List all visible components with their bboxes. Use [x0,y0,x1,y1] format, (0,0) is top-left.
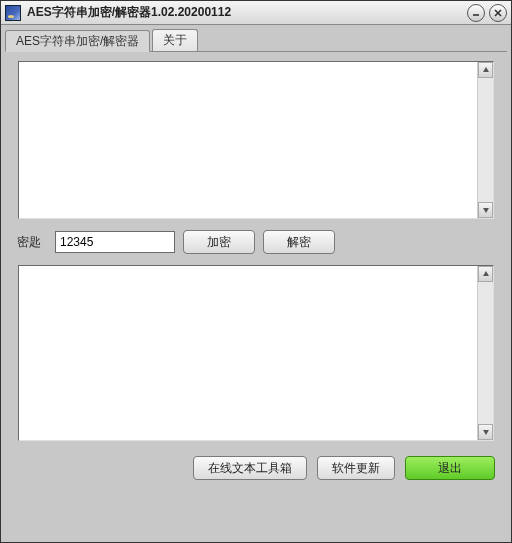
footer: 在线文本工具箱 软件更新 退出 [17,452,495,480]
exit-button[interactable]: 退出 [405,456,495,480]
tab-main[interactable]: AES字符串加密/解密器 [5,30,150,52]
scroll-down-icon[interactable] [478,202,493,218]
app-icon [5,5,21,21]
input-textarea-wrap [17,60,495,220]
minimize-button[interactable] [467,4,485,22]
software-update-button[interactable]: 软件更新 [317,456,395,480]
encrypt-button[interactable]: 加密 [183,230,255,254]
scroll-down-icon[interactable] [478,424,493,440]
output-textarea-wrap [17,264,495,442]
key-row: 密匙 加密 解密 [17,230,495,254]
titlebar: AES字符串加密/解密器1.02.20200112 [1,1,511,25]
svg-marker-4 [483,208,489,213]
input-scrollbar[interactable] [477,62,493,218]
online-toolbox-button[interactable]: 在线文本工具箱 [193,456,307,480]
tab-strip: AES字符串加密/解密器 关于 [1,25,511,51]
svg-marker-6 [483,430,489,435]
client-area: 密匙 加密 解密 在线文本工具箱 软件更新 [9,52,503,534]
app-window: AES字符串加密/解密器1.02.20200112 AES字符串加密/解密器 关… [0,0,512,543]
key-input[interactable] [55,231,175,253]
svg-marker-3 [483,67,489,72]
scroll-up-icon[interactable] [478,266,493,282]
output-scrollbar[interactable] [477,266,493,440]
key-label: 密匙 [17,234,47,251]
decrypt-button[interactable]: 解密 [263,230,335,254]
scroll-up-icon[interactable] [478,62,493,78]
output-textarea[interactable] [19,266,477,440]
window-title: AES字符串加密/解密器1.02.20200112 [27,4,463,21]
tab-label: 关于 [163,32,187,49]
tab-label: AES字符串加密/解密器 [16,33,139,50]
tab-about[interactable]: 关于 [152,29,198,51]
svg-marker-5 [483,271,489,276]
input-textarea[interactable] [19,62,477,218]
close-button[interactable] [489,4,507,22]
